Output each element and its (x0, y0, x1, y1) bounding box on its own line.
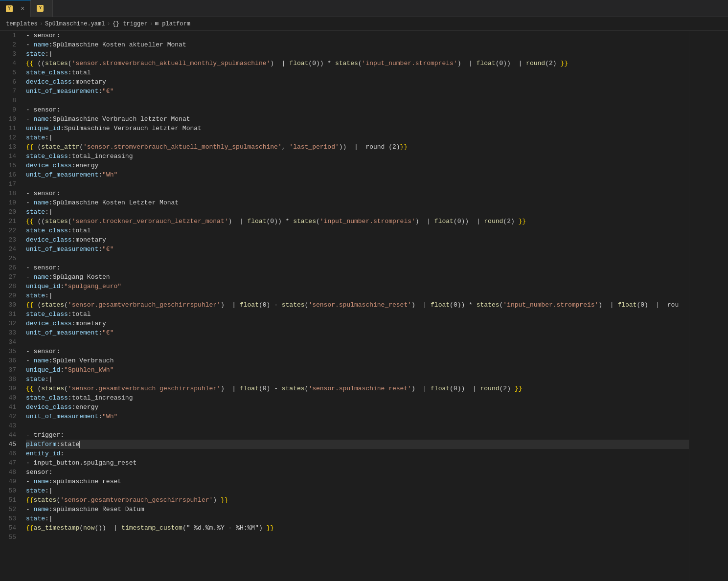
line-number-19: 19 (4, 198, 16, 207)
line-number-37: 37 (4, 365, 16, 375)
code-line: {{ as_timestamp(now()) | timestamp_custo… (26, 523, 689, 533)
line-number-22: 22 (4, 226, 16, 235)
code-line: - sensor: (26, 31, 689, 40)
breadcrumb-sep-1: › (40, 21, 43, 27)
line-number-38: 38 (4, 375, 16, 384)
code-line: device_class: monetary (26, 319, 689, 328)
line-number-32: 32 (4, 319, 16, 328)
code-line (26, 337, 689, 347)
code-line: {{ (states('sensor.gesamtverbrauch_gesch… (26, 384, 689, 393)
code-line: - name: Spülgang Kosten (26, 272, 689, 282)
code-line: - name: Spülmaschine Verbrauch letzter M… (26, 114, 689, 124)
line-number-18: 18 (4, 189, 16, 198)
line-number-15: 15 (4, 161, 16, 170)
code-line: {{ (state_attr('sensor.stromverbrauch_ak… (26, 142, 689, 152)
code-line: - sensor: (26, 105, 689, 114)
tab-close-spulmaschine[interactable]: × (21, 5, 24, 13)
code-line (26, 96, 689, 105)
code-line: state_class: total_increasing (26, 152, 689, 161)
line-number-33: 33 (4, 328, 16, 337)
line-number-4: 4 (4, 59, 16, 68)
tab-configuration[interactable]: Y (31, 0, 53, 17)
tab-bar: Y × Y (0, 0, 728, 17)
code-line: - name: spülmaschine reset (26, 477, 689, 486)
code-line: {{ ((states('sensor.stromverbrauch_aktue… (26, 59, 689, 68)
code-line: unit_of_measurement: "€" (26, 87, 689, 96)
code-line: unique_id: Spülmaschine Verbrauch letzte… (26, 124, 689, 133)
code-line: state_class: total (26, 226, 689, 235)
line-number-46: 46 (4, 449, 16, 458)
code-line: state: | (26, 207, 689, 217)
code-line: state_class: total_increasing (26, 393, 689, 402)
line-number-9: 9 (4, 105, 16, 114)
yaml-icon-2: Y (37, 5, 44, 12)
line-number-24: 24 (4, 245, 16, 254)
line-number-44: 44 (4, 430, 16, 440)
line-number-43: 43 (4, 421, 16, 430)
code-line: unit_of_measurement: "Wh" (26, 412, 689, 421)
breadcrumb: templates › Spülmaschine.yaml › {} trigg… (0, 17, 728, 31)
breadcrumb-trigger[interactable]: {} trigger (113, 21, 148, 27)
code-line: state: | (26, 133, 689, 142)
code-line: unique_id: "Spühlen_kWh" (26, 365, 689, 375)
breadcrumb-file[interactable]: Spülmaschine.yaml (45, 21, 105, 27)
code-line: device_class: monetary (26, 77, 689, 87)
line-number-8: 8 (4, 96, 16, 105)
line-number-54: 54 (4, 523, 16, 533)
code-line: unit_of_measurement: "€" (26, 245, 689, 254)
line-number-11: 11 (4, 124, 16, 133)
code-line: {{ states('sensor.gesamtverbrauch_geschi… (26, 495, 689, 505)
code-line: - trigger: (26, 430, 689, 440)
code-area[interactable]: - sensor: - name: Spülmaschine Kosten ak… (22, 31, 689, 581)
breadcrumb-templates[interactable]: templates (6, 21, 38, 27)
line-numbers: 1234567891011121314151617181920212223242… (0, 31, 22, 581)
line-number-14: 14 (4, 152, 16, 161)
line-number-27: 27 (4, 272, 16, 282)
line-number-3: 3 (4, 49, 16, 59)
line-number-42: 42 (4, 412, 16, 421)
line-number-30: 30 (4, 300, 16, 310)
code-line (26, 533, 689, 542)
line-number-16: 16 (4, 170, 16, 179)
code-line: state: | (26, 486, 689, 495)
line-number-10: 10 (4, 114, 16, 124)
code-line: entity_id: (26, 449, 689, 458)
code-line: device_class: energy (26, 161, 689, 170)
line-number-25: 25 (4, 254, 16, 263)
line-number-39: 39 (4, 384, 16, 393)
line-number-17: 17 (4, 179, 16, 189)
line-number-48: 48 (4, 468, 16, 477)
line-number-35: 35 (4, 347, 16, 356)
line-number-55: 55 (4, 533, 16, 542)
line-number-50: 50 (4, 486, 16, 495)
code-line: - input_button.spulgang_reset (26, 458, 689, 468)
minimap (689, 31, 728, 581)
line-number-47: 47 (4, 458, 16, 468)
line-number-6: 6 (4, 77, 16, 87)
code-line: - name: Spülen Verbrauch (26, 356, 689, 365)
editor: 1234567891011121314151617181920212223242… (0, 31, 728, 581)
code-line: - name: Spülmaschine Kosten Letzter Mona… (26, 198, 689, 207)
yaml-icon: Y (6, 5, 13, 12)
code-line: state: | (26, 375, 689, 384)
line-number-53: 53 (4, 514, 16, 523)
code-line: - sensor: (26, 347, 689, 356)
code-line: - name: Spülmaschine Kosten aktueller Mo… (26, 40, 689, 49)
tab-spulmaschine[interactable]: Y × (0, 0, 31, 17)
line-number-51: 51 (4, 495, 16, 505)
line-number-13: 13 (4, 142, 16, 152)
code-line: - name: spülmaschine Reset Datum (26, 505, 689, 514)
line-number-52: 52 (4, 505, 16, 514)
code-line: device_class: monetary (26, 235, 689, 245)
line-number-41: 41 (4, 402, 16, 412)
breadcrumb-platform[interactable]: ⊞ platform (155, 20, 190, 27)
code-line: device_class: energy (26, 402, 689, 412)
line-number-28: 28 (4, 282, 16, 291)
line-number-12: 12 (4, 133, 16, 142)
line-number-31: 31 (4, 310, 16, 319)
line-number-5: 5 (4, 68, 16, 77)
line-number-21: 21 (4, 217, 16, 226)
line-number-26: 26 (4, 263, 16, 272)
code-line: - sensor: (26, 263, 689, 272)
code-line: state_class: total (26, 68, 689, 77)
